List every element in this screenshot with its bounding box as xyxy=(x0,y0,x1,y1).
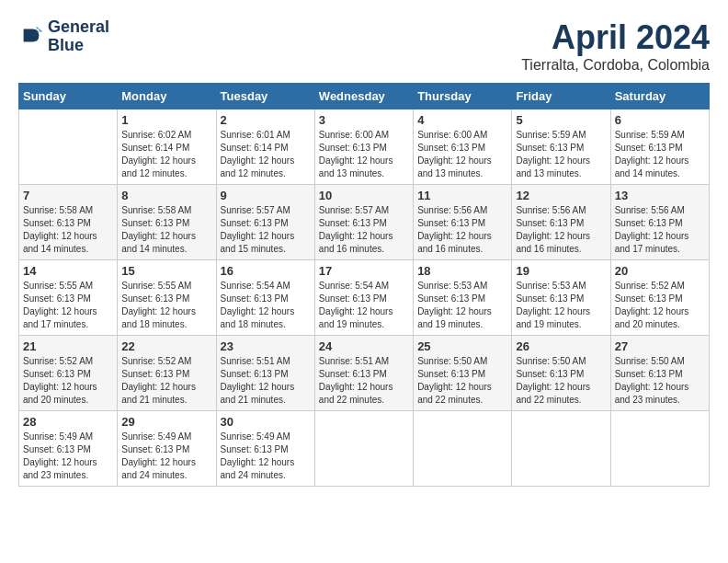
day-info: Sunrise: 5:51 AM Sunset: 6:13 PM Dayligh… xyxy=(221,355,311,407)
calendar-table: SundayMondayTuesdayWednesdayThursdayFrid… xyxy=(18,83,710,487)
day-number: 25 xyxy=(417,339,507,353)
logo: General Blue xyxy=(18,18,109,55)
calendar-cell xyxy=(19,109,118,185)
day-info: Sunrise: 5:53 AM Sunset: 6:13 PM Dayligh… xyxy=(417,280,507,331)
day-number: 1 xyxy=(121,113,211,127)
calendar-cell: 13Sunrise: 5:56 AM Sunset: 6:13 PM Dayli… xyxy=(610,185,709,260)
day-number: 9 xyxy=(221,189,311,202)
calendar-cell: 29Sunrise: 5:49 AM Sunset: 6:13 PM Dayli… xyxy=(118,411,216,487)
calendar-cell: 3Sunrise: 6:00 AM Sunset: 6:13 PM Daylig… xyxy=(314,109,413,185)
day-number: 5 xyxy=(516,113,606,127)
day-info: Sunrise: 5:58 AM Sunset: 6:13 PM Dayligh… xyxy=(121,204,211,256)
day-info: Sunrise: 5:53 AM Sunset: 6:13 PM Dayligh… xyxy=(516,280,606,331)
calendar-cell: 6Sunrise: 5:59 AM Sunset: 6:13 PM Daylig… xyxy=(610,109,709,185)
weekday-header-wednesday: Wednesday xyxy=(314,84,413,109)
calendar-cell: 17Sunrise: 5:54 AM Sunset: 6:13 PM Dayli… xyxy=(314,260,413,336)
day-number: 30 xyxy=(221,415,311,429)
calendar-cell: 14Sunrise: 5:55 AM Sunset: 6:13 PM Dayli… xyxy=(19,260,118,336)
calendar-cell: 7Sunrise: 5:58 AM Sunset: 6:13 PM Daylig… xyxy=(19,185,118,260)
day-info: Sunrise: 6:01 AM Sunset: 6:14 PM Dayligh… xyxy=(221,129,311,180)
day-number: 14 xyxy=(23,264,113,278)
calendar-cell: 27Sunrise: 5:50 AM Sunset: 6:13 PM Dayli… xyxy=(610,336,709,411)
day-info: Sunrise: 5:55 AM Sunset: 6:13 PM Dayligh… xyxy=(23,280,113,331)
day-info: Sunrise: 5:57 AM Sunset: 6:13 PM Dayligh… xyxy=(221,204,311,256)
location: Tierralta, Cordoba, Colombia xyxy=(521,57,710,74)
calendar-cell: 16Sunrise: 5:54 AM Sunset: 6:13 PM Dayli… xyxy=(216,260,314,336)
day-number: 19 xyxy=(516,264,606,278)
weekday-header-saturday: Saturday xyxy=(610,84,709,109)
day-info: Sunrise: 5:49 AM Sunset: 6:13 PM Dayligh… xyxy=(121,431,211,482)
day-number: 22 xyxy=(121,339,211,353)
weekday-header-monday: Monday xyxy=(118,84,216,109)
weekday-header-tuesday: Tuesday xyxy=(216,84,314,109)
day-number: 8 xyxy=(121,189,211,202)
weekday-header-sunday: Sunday xyxy=(19,84,118,109)
calendar-cell: 19Sunrise: 5:53 AM Sunset: 6:13 PM Dayli… xyxy=(512,260,610,336)
header: General Blue April 2024 Tierralta, Cordo… xyxy=(18,18,710,74)
day-number: 15 xyxy=(121,264,211,278)
day-number: 24 xyxy=(319,339,409,353)
day-info: Sunrise: 5:49 AM Sunset: 6:13 PM Dayligh… xyxy=(23,431,113,482)
calendar-cell xyxy=(314,411,413,487)
calendar-cell: 4Sunrise: 6:00 AM Sunset: 6:13 PM Daylig… xyxy=(414,109,512,185)
day-number: 11 xyxy=(417,189,507,202)
day-number: 6 xyxy=(615,113,705,127)
calendar-cell: 22Sunrise: 5:52 AM Sunset: 6:13 PM Dayli… xyxy=(118,336,216,411)
day-number: 10 xyxy=(319,189,409,202)
day-info: Sunrise: 5:49 AM Sunset: 6:13 PM Dayligh… xyxy=(221,431,311,482)
day-number: 2 xyxy=(221,113,311,127)
day-info: Sunrise: 5:51 AM Sunset: 6:13 PM Dayligh… xyxy=(319,355,409,407)
weekday-header-thursday: Thursday xyxy=(414,84,512,109)
day-info: Sunrise: 5:56 AM Sunset: 6:13 PM Dayligh… xyxy=(516,204,606,256)
day-number: 13 xyxy=(615,189,705,202)
day-number: 20 xyxy=(615,264,705,278)
calendar-cell: 21Sunrise: 5:52 AM Sunset: 6:13 PM Dayli… xyxy=(19,336,118,411)
calendar-cell: 26Sunrise: 5:50 AM Sunset: 6:13 PM Dayli… xyxy=(512,336,610,411)
month-title: April 2024 xyxy=(521,18,710,57)
calendar-cell: 20Sunrise: 5:52 AM Sunset: 6:13 PM Dayli… xyxy=(610,260,709,336)
calendar-cell xyxy=(414,411,512,487)
calendar-cell: 25Sunrise: 5:50 AM Sunset: 6:13 PM Dayli… xyxy=(414,336,512,411)
day-info: Sunrise: 5:54 AM Sunset: 6:13 PM Dayligh… xyxy=(319,280,409,331)
calendar-cell: 5Sunrise: 5:59 AM Sunset: 6:13 PM Daylig… xyxy=(512,109,610,185)
day-number: 26 xyxy=(516,339,606,353)
day-info: Sunrise: 5:50 AM Sunset: 6:13 PM Dayligh… xyxy=(417,355,507,407)
day-info: Sunrise: 5:54 AM Sunset: 6:13 PM Dayligh… xyxy=(221,280,311,331)
day-info: Sunrise: 6:00 AM Sunset: 6:13 PM Dayligh… xyxy=(319,129,409,180)
day-info: Sunrise: 5:59 AM Sunset: 6:13 PM Dayligh… xyxy=(516,129,606,180)
day-number: 18 xyxy=(417,264,507,278)
day-info: Sunrise: 5:55 AM Sunset: 6:13 PM Dayligh… xyxy=(121,280,211,331)
day-info: Sunrise: 5:52 AM Sunset: 6:13 PM Dayligh… xyxy=(121,355,211,407)
day-info: Sunrise: 5:57 AM Sunset: 6:13 PM Dayligh… xyxy=(319,204,409,256)
calendar-cell: 2Sunrise: 6:01 AM Sunset: 6:14 PM Daylig… xyxy=(216,109,314,185)
day-number: 12 xyxy=(516,189,606,202)
weekday-header-friday: Friday xyxy=(512,84,610,109)
day-info: Sunrise: 5:59 AM Sunset: 6:13 PM Dayligh… xyxy=(615,129,705,180)
day-number: 3 xyxy=(319,113,409,127)
calendar-cell: 23Sunrise: 5:51 AM Sunset: 6:13 PM Dayli… xyxy=(216,336,314,411)
day-number: 27 xyxy=(615,339,705,353)
title-area: April 2024 Tierralta, Cordoba, Colombia xyxy=(521,18,710,74)
calendar-cell: 30Sunrise: 5:49 AM Sunset: 6:13 PM Dayli… xyxy=(216,411,314,487)
calendar-cell: 1Sunrise: 6:02 AM Sunset: 6:14 PM Daylig… xyxy=(118,109,216,185)
day-info: Sunrise: 5:56 AM Sunset: 6:13 PM Dayligh… xyxy=(615,204,705,256)
calendar-cell: 24Sunrise: 5:51 AM Sunset: 6:13 PM Dayli… xyxy=(314,336,413,411)
day-info: Sunrise: 5:56 AM Sunset: 6:13 PM Dayligh… xyxy=(417,204,507,256)
calendar-cell: 9Sunrise: 5:57 AM Sunset: 6:13 PM Daylig… xyxy=(216,185,314,260)
calendar-cell: 18Sunrise: 5:53 AM Sunset: 6:13 PM Dayli… xyxy=(414,260,512,336)
calendar-cell: 8Sunrise: 5:58 AM Sunset: 6:13 PM Daylig… xyxy=(118,185,216,260)
day-info: Sunrise: 5:52 AM Sunset: 6:13 PM Dayligh… xyxy=(615,280,705,331)
day-info: Sunrise: 5:52 AM Sunset: 6:13 PM Dayligh… xyxy=(23,355,113,407)
calendar-cell: 12Sunrise: 5:56 AM Sunset: 6:13 PM Dayli… xyxy=(512,185,610,260)
day-number: 16 xyxy=(221,264,311,278)
calendar-cell: 15Sunrise: 5:55 AM Sunset: 6:13 PM Dayli… xyxy=(118,260,216,336)
logo-text: General Blue xyxy=(48,18,109,55)
day-info: Sunrise: 6:00 AM Sunset: 6:13 PM Dayligh… xyxy=(417,129,507,180)
day-number: 28 xyxy=(23,415,113,429)
calendar-cell xyxy=(610,411,709,487)
day-info: Sunrise: 5:50 AM Sunset: 6:13 PM Dayligh… xyxy=(615,355,705,407)
day-number: 29 xyxy=(121,415,211,429)
day-info: Sunrise: 6:02 AM Sunset: 6:14 PM Dayligh… xyxy=(121,129,211,180)
day-number: 17 xyxy=(319,264,409,278)
day-info: Sunrise: 5:58 AM Sunset: 6:13 PM Dayligh… xyxy=(23,204,113,256)
